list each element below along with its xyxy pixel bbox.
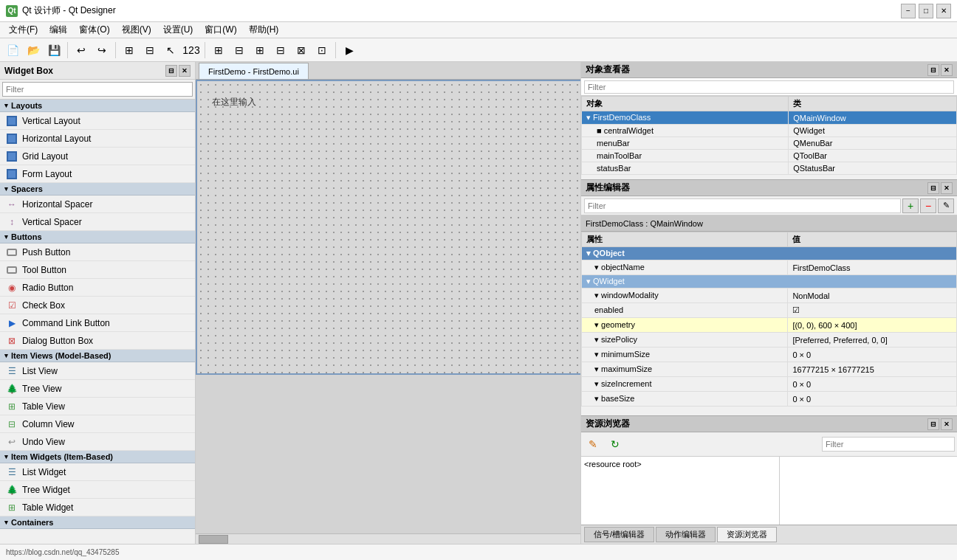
table-row[interactable]: ▾ objectName FirstDemoClass: [582, 260, 957, 275]
widget-tree-widget[interactable]: 🌲 Tree Widget: [0, 481, 195, 499]
widget-box-float-button[interactable]: ⊟: [165, 65, 177, 77]
save-button[interactable]: 💾: [44, 41, 64, 60]
table-row[interactable]: ▾ sizeIncrement 0 × 0: [582, 377, 957, 392]
table-row[interactable]: ■ centralWidget QWidget: [582, 125, 957, 137]
table-row[interactable]: statusBar QStatusBar: [582, 162, 957, 175]
undo-button[interactable]: ↩: [72, 41, 91, 60]
table-row[interactable]: ▾ FirstDemoClass QMainWindow: [582, 111, 957, 125]
widget-editor-button[interactable]: ⊞: [120, 41, 139, 60]
widget-push-button[interactable]: Push Button: [0, 243, 195, 261]
open-button[interactable]: 📂: [24, 41, 43, 60]
table-row[interactable]: enabled ☑: [582, 303, 957, 318]
widget-tool-button[interactable]: Tool Button: [0, 261, 195, 279]
table-row[interactable]: ▾ minimumSize 0 × 0: [582, 348, 957, 362]
widget-box-filter-input[interactable]: [2, 82, 193, 97]
menu-form[interactable]: 窗体(O): [73, 22, 115, 38]
form-inner[interactable]: 在这里输入: [196, 80, 580, 375]
vertical-layout-icon: [6, 115, 18, 127]
widget-radio-button[interactable]: ◉ Radio Button: [0, 279, 195, 297]
property-editor-title: 属性编辑器 ⊟ ✕: [581, 180, 957, 196]
property-filter-input[interactable]: [584, 198, 901, 213]
resource-refresh-btn[interactable]: ↻: [606, 435, 625, 454]
menu-view[interactable]: 视图(V): [116, 22, 157, 38]
category-spacers[interactable]: ▾ Spacers: [0, 183, 195, 196]
title-bar: Qt Qt 设计师 - Qt Designer − □ ✕: [0, 0, 957, 22]
object-viewer-filter-input[interactable]: [584, 80, 954, 94]
signal-editor-button[interactable]: ⊟: [140, 41, 160, 60]
resource-edit-btn[interactable]: ✎: [583, 435, 603, 454]
res-browser-float-btn[interactable]: ⊟: [927, 418, 939, 430]
table-row[interactable]: ▾ baseSize 0 × 0: [582, 392, 957, 407]
menu-file[interactable]: 文件(F): [3, 22, 44, 38]
category-containers[interactable]: ▾ Containers: [0, 516, 195, 529]
res-browser-close-btn[interactable]: ✕: [941, 418, 953, 430]
widget-form-layout[interactable]: Form Layout: [0, 165, 195, 183]
col-class-header: 类: [789, 97, 957, 111]
widget-tree-view[interactable]: 🌲 Tree View: [0, 380, 195, 398]
category-item-views[interactable]: ▾ Item Views (Model-Based): [0, 350, 195, 362]
widget-table-widget[interactable]: ⊞ Table Widget: [0, 499, 195, 516]
layout-adjust-button[interactable]: ⊡: [312, 41, 332, 60]
widget-vertical-layout[interactable]: Vertical Layout: [0, 112, 195, 130]
widget-table-view[interactable]: ⊞ Table View: [0, 398, 195, 415]
form-tab[interactable]: FirstDemo - FirstDemo.ui: [199, 63, 309, 79]
widget-check-box[interactable]: ☑ Check Box: [0, 297, 195, 314]
table-row[interactable]: menuBar QMenuBar: [582, 137, 957, 150]
layout-grid-button[interactable]: ⊞: [250, 41, 270, 60]
resource-filter-input[interactable]: [822, 437, 955, 452]
table-row[interactable]: mainToolBar QToolBar: [582, 150, 957, 162]
object-viewer-float-btn[interactable]: ⊟: [927, 64, 939, 76]
table-row[interactable]: ▾ maximumSize 16777215 × 16777215: [582, 362, 957, 377]
property-remove-btn[interactable]: −: [920, 198, 936, 213]
tab-action-editor[interactable]: 动作编辑器: [656, 527, 716, 542]
new-button[interactable]: 📄: [3, 41, 22, 60]
menu-help[interactable]: 帮助(H): [243, 22, 285, 38]
layout-v-button[interactable]: ⊟: [230, 41, 249, 60]
toolbar-sep-2: [115, 42, 116, 58]
widget-undo-view[interactable]: ↩ Undo View: [0, 433, 195, 451]
form-button[interactable]: 123: [182, 41, 201, 60]
tool-button-label: Tool Button: [22, 265, 66, 275]
preview-button[interactable]: ▶: [340, 41, 359, 60]
widget-dialog-button-box[interactable]: ⊠ Dialog Button Box: [0, 332, 195, 350]
widget-grid-layout[interactable]: Grid Layout: [0, 148, 195, 165]
table-row[interactable]: ▾ windowModality NonModal: [582, 288, 957, 303]
cursor-button[interactable]: ↖: [161, 41, 180, 60]
category-layouts[interactable]: ▾ Layouts: [0, 100, 195, 112]
prop-value: 0 × 0: [788, 348, 957, 362]
layout-break-button[interactable]: ⊠: [292, 41, 311, 60]
minimize-button[interactable]: −: [901, 4, 916, 18]
property-add-btn[interactable]: +: [902, 198, 919, 213]
table-row[interactable]: ▾ sizePolicy [Preferred, Preferred, 0, 0…: [582, 333, 957, 348]
widget-vertical-spacer[interactable]: ↕ Vertical Spacer: [0, 213, 195, 231]
prop-editor-float-btn[interactable]: ⊟: [927, 182, 939, 194]
layout-form-button[interactable]: ⊟: [271, 41, 290, 60]
widget-horizontal-spacer[interactable]: ↔ Horizontal Spacer: [0, 196, 195, 213]
widget-command-link-button[interactable]: ▶ Command Link Button: [0, 314, 195, 332]
menu-edit[interactable]: 编辑: [44, 22, 73, 38]
redo-button[interactable]: ↪: [92, 41, 112, 60]
prop-editor-close-btn[interactable]: ✕: [941, 182, 953, 194]
tab-signal-slot[interactable]: 信号/槽编辑器: [584, 527, 654, 542]
category-item-widgets[interactable]: ▾ Item Widgets (Item-Based): [0, 451, 195, 463]
prop-name: ▾ maximumSize: [582, 362, 788, 377]
widget-horizontal-layout[interactable]: Horizontal Layout: [0, 130, 195, 148]
tab-resource-browser[interactable]: 资源浏览器: [717, 527, 777, 542]
h-scrollbar-thumb[interactable]: [199, 535, 228, 544]
widget-list-widget[interactable]: ☰ List Widget: [0, 463, 195, 481]
layout-h-button[interactable]: ⊞: [209, 41, 228, 60]
object-viewer-title: 对象查看器 ⊟ ✕: [581, 62, 957, 78]
widget-box-close-button[interactable]: ✕: [179, 65, 191, 77]
menu-settings[interactable]: 设置(U): [157, 22, 199, 38]
col-object-header: 对象: [582, 97, 789, 111]
property-edit-btn[interactable]: ✎: [938, 198, 954, 213]
object-viewer-close-btn[interactable]: ✕: [941, 64, 953, 76]
table-row[interactable]: ▾ geometry [(0, 0), 600 × 400]: [582, 318, 957, 333]
widget-column-view[interactable]: ⊟ Column View: [0, 415, 195, 433]
horizontal-scrollbar[interactable]: [196, 533, 580, 544]
restore-button[interactable]: □: [919, 4, 933, 18]
category-buttons[interactable]: ▾ Buttons: [0, 231, 195, 243]
menu-window[interactable]: 窗口(W): [199, 22, 242, 38]
widget-list-view[interactable]: ☰ List View: [0, 362, 195, 380]
close-button[interactable]: ✕: [936, 4, 951, 18]
